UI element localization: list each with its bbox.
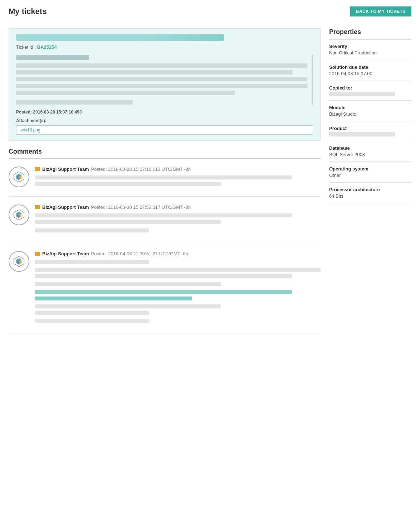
comment-content: BizAgi Support Team Posted: 2016-03-28 1…: [35, 167, 321, 188]
property-value: Bizagi Studio: [329, 111, 411, 117]
properties-list: SeverityNon Critical ProductionSolution …: [329, 39, 411, 203]
main-layout: Ticket id : BA25254 Posted: 2016-03-28 1…: [0, 21, 420, 341]
posted-date: 2016-03-28 15:07:10.493: [33, 110, 82, 115]
comment-date: Posted: 2016-04-06 21:00:51.27 UTC/GMT -…: [91, 251, 188, 256]
property-value: 2016-04-08 15:07:00: [329, 71, 411, 76]
property-item: Copied to:: [329, 81, 411, 101]
avatar: [9, 204, 29, 225]
comment-header: BizAgi Support Team Posted: 2016-04-06 2…: [35, 251, 321, 256]
comment-content: BizAgi Support Team Posted: 2016-04-06 2…: [35, 251, 321, 325]
avatar: [9, 167, 29, 187]
ticket-section: Ticket id : BA25254 Posted: 2016-03-28 1…: [9, 28, 321, 333]
attachment-label: Attachment(s):: [16, 118, 313, 123]
property-value: Non Critical Production: [329, 50, 411, 56]
comment-header: BizAgi Support Team Posted: 2016-03-28 1…: [35, 167, 321, 172]
properties-sidebar: Properties SeverityNon Critical Producti…: [329, 28, 411, 333]
comment-author: BizAgi Support Team: [42, 251, 89, 256]
comment-item: BizAgi Support Team Posted: 2016-04-06 2…: [9, 243, 321, 333]
ticket-title-blur: [16, 34, 224, 41]
posted-label: Posted:: [16, 110, 32, 115]
comment-header: BizAgi Support Team Posted: 2016-03-30 1…: [35, 204, 321, 210]
property-label: Operating system: [329, 166, 411, 172]
property-label: Database: [329, 145, 411, 151]
comment-flag-icon: [35, 205, 40, 209]
property-label: Solution due date: [329, 64, 411, 70]
property-value: 64 Bits: [329, 193, 411, 199]
property-item: ModuleBizagi Studio: [329, 101, 411, 121]
ticket-id-line: Ticket id : BA25254: [16, 44, 313, 50]
ticket-card: Ticket id : BA25254 Posted: 2016-03-28 1…: [9, 28, 321, 141]
property-item: DatabaseSQL Server 2008: [329, 141, 411, 162]
bizagi-logo-icon: [13, 208, 25, 221]
property-item: Processor architecture64 Bits: [329, 183, 411, 203]
property-value: SQL Server 2008: [329, 152, 411, 157]
property-label: Product: [329, 126, 411, 131]
ticket-id-label: Ticket id :: [16, 44, 36, 50]
comment-date: Posted: 2016-03-28 15:07:10.613 UTC/GMT …: [91, 167, 191, 172]
property-label: Severity: [329, 44, 411, 49]
comment-item: BizAgi Support Team Posted: 2016-03-30 1…: [9, 197, 321, 243]
page-title: My tickets: [9, 7, 47, 16]
bizagi-logo-icon: [13, 170, 25, 183]
property-label: Module: [329, 105, 411, 110]
comment-content: BizAgi Support Team Posted: 2016-03-30 1…: [35, 204, 321, 235]
comments-title: Comments: [9, 148, 321, 158]
property-value: [329, 132, 395, 136]
comment-author: BizAgi Support Team: [42, 204, 89, 210]
properties-title: Properties: [329, 28, 411, 36]
ticket-meta: Posted: 2016-03-28 15:07:10.493: [16, 110, 313, 115]
property-label: Copied to:: [329, 85, 411, 91]
bizagi-logo-icon: [13, 255, 25, 268]
comments-section: Comments: [9, 148, 321, 333]
ticket-body: [16, 55, 313, 105]
property-item: Operating systemOther: [329, 162, 411, 183]
property-item: Solution due date2016-04-08 15:07:00: [329, 60, 411, 81]
comment-flag-icon: [35, 252, 40, 256]
comment-author: BizAgi Support Team: [42, 167, 89, 172]
back-to-tickets-button[interactable]: BACK TO MY TICKETS: [350, 6, 411, 16]
property-value: [329, 92, 395, 96]
ticket-id-link[interactable]: BA25254: [37, 44, 57, 50]
comment-item: BizAgi Support Team Posted: 2016-03-28 1…: [9, 159, 321, 197]
property-item: SeverityNon Critical Production: [329, 39, 411, 60]
page-header: My tickets BACK TO MY TICKETS: [0, 0, 420, 21]
blur-heading: [16, 55, 89, 60]
property-item: Product: [329, 121, 411, 141]
avatar: [9, 251, 29, 272]
property-value: Other: [329, 173, 411, 178]
comment-flag-icon: [35, 167, 40, 171]
comment-date: Posted: 2016-03-30 15:27:53.317 UTC/GMT …: [91, 204, 191, 210]
property-label: Processor architecture: [329, 187, 411, 192]
attachment-file[interactable]: win10.png: [16, 125, 313, 135]
